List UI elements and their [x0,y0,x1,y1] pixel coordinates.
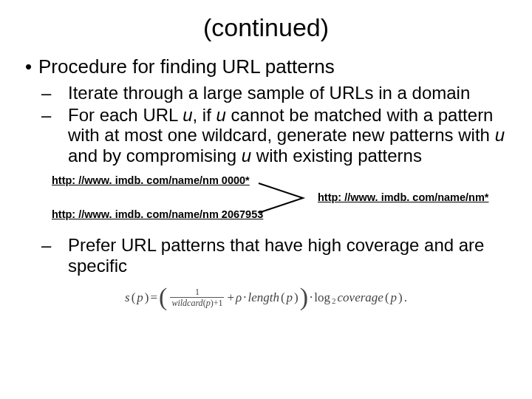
bullet-text: Iterate through a large sample of URLs i… [68,83,470,103]
plus: + [227,290,234,305]
length-fn: length [248,290,279,305]
formula-s: s [125,290,130,305]
bullet-dot-icon: • [25,55,38,78]
slide-title: (continued) [22,13,510,42]
var-u: u [183,105,192,125]
coverage-fn: coverage [338,290,383,305]
bullet-level2-item: –Prefer URL patterns that have high cove… [55,235,510,276]
paren-open: ( [385,290,389,305]
bullet-text: Prefer URL patterns that have high cover… [68,235,484,276]
dot-operator: · [243,290,246,305]
var-u: u [242,146,251,166]
formula-p: p [137,290,143,305]
var-u: u [216,105,226,125]
var-u: u [495,125,505,145]
paren-close: ) [294,290,299,305]
wildcard-fn: wildcard [171,298,202,308]
bullet-level2-item: –Iterate through a large sample of URLs … [55,83,510,103]
dash-icon: – [55,235,68,256]
formula-block: s(p) = ( 1 wildcard(p)+1 + ρ · length(p)… [22,287,510,310]
bullet-level1-text: Procedure for finding URL patterns [38,55,335,78]
log-base: 2 [332,296,336,305]
bullet-text: with existing patterns [251,146,422,166]
bullet-level1: •Procedure for finding URL patterns [25,55,510,78]
bullet-level2-item: –For each URL u, if u cannot be matched … [55,105,510,166]
bullet-text: For each URL [68,105,183,125]
url-pattern-result: http: //www. imdb. com/name/nm* [318,191,488,203]
paren-close: ) [145,290,149,305]
formula-p: p [391,290,398,305]
bullet-text: , if [193,105,216,125]
equals: = [150,290,157,305]
period: . [404,290,407,305]
paren-open: ( [281,290,285,305]
fraction-numerator: 1 [194,287,201,297]
dash-icon: – [55,105,68,126]
fraction: 1 wildcard(p)+1 [170,287,224,308]
big-paren-close-icon: ) [300,286,308,309]
dot-operator: · [310,290,313,305]
formula: s(p) = ( 1 wildcard(p)+1 + ρ · length(p)… [125,287,407,310]
chevron-right-icon [257,180,310,216]
paren-open: ( [132,290,136,305]
url-diagram: http: //www. imdb. com/name/nm 0000* htt… [52,171,510,231]
bullet-text: and by compromising [68,146,242,166]
url-pattern-b: http: //www. imdb. com/name/nm 2067953 [52,208,263,220]
slide: (continued) •Procedure for finding URL p… [0,0,532,399]
fraction-denominator: wildcard(p)+1 [170,299,224,308]
log-fn: log [314,290,330,305]
rho: ρ [236,290,242,305]
paren-close: ) [398,290,403,305]
big-paren-open-icon: ( [159,286,167,309]
url-pattern-a: http: //www. imdb. com/name/nm 0000* [52,174,250,186]
dash-icon: – [55,83,68,103]
plus-one: +1 [214,298,223,308]
formula-p: p [287,290,293,305]
